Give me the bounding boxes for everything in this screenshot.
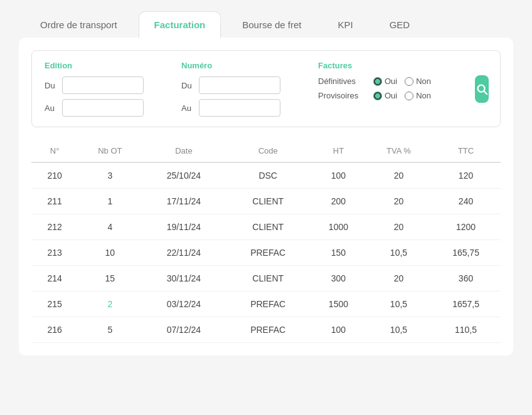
edition-du-input[interactable] [62, 76, 144, 94]
cell-code-2: CLIENT [225, 214, 311, 240]
cell-n-4: 214 [31, 266, 78, 292]
provisoires-non-radio[interactable] [405, 92, 413, 100]
cell-code-1: CLIENT [225, 189, 311, 214]
cell-code-5: PREFAC [225, 292, 311, 317]
factures-label: Factures [318, 61, 456, 70]
definitives-non-radio[interactable] [405, 77, 413, 86]
table-row: 2131022/11/24PREFAC15010,5165,75 [31, 240, 501, 266]
tab-ged[interactable]: GED [375, 12, 425, 38]
table-row: 2141530/11/24CLIENT30020360 [31, 266, 501, 292]
numero-label: Numéro [181, 61, 280, 70]
cell-date-6: 07/12/24 [142, 317, 225, 343]
numero-du-input[interactable] [199, 76, 280, 94]
numero-au-input[interactable] [199, 99, 280, 117]
cell-ht-5: 1500 [311, 292, 366, 317]
definitives-non-option[interactable]: Non [405, 76, 431, 86]
cell-n-1: 211 [31, 189, 78, 214]
col-nb-ot: Nb OT [78, 140, 142, 162]
definitives-non-label: Non [416, 76, 431, 86]
edition-group: Edition Du Au [45, 61, 144, 117]
edition-au-label: Au [45, 103, 57, 113]
factures-group: Factures Définitives Oui Non Provisoires [318, 61, 456, 100]
provisoires-oui-option[interactable]: Oui [373, 91, 397, 100]
provisoires-non-option[interactable]: Non [405, 91, 431, 100]
cell-tva-3: 10,5 [366, 240, 431, 266]
cell-ht-2: 1000 [311, 214, 366, 240]
table-body: 210325/10/24DSC10020120211117/11/24CLIEN… [31, 162, 501, 343]
cell-ttc-5: 1657,5 [431, 292, 501, 317]
table-head: N° Nb OT Date Code HT TVA % TTC [31, 140, 501, 162]
provisoires-row: Provisoires Oui Non [318, 91, 456, 100]
table-row: 215203/12/24PREFAC150010,51657,5 [31, 292, 501, 317]
definitives-label: Définitives [318, 76, 368, 86]
cell-n-6: 216 [31, 317, 78, 343]
tab-facturation[interactable]: Facturation [139, 11, 221, 38]
cell-date-2: 19/11/24 [142, 214, 225, 240]
cell-nb_ot-0: 3 [78, 162, 142, 189]
table-header-row: N° Nb OT Date Code HT TVA % TTC [31, 140, 501, 162]
cell-ttc-1: 240 [431, 189, 501, 214]
search-button[interactable] [475, 75, 489, 103]
col-tva: TVA % [366, 140, 431, 162]
cell-nb_ot-6: 5 [78, 317, 142, 343]
cell-date-0: 25/10/24 [142, 162, 225, 189]
cell-ht-6: 100 [311, 317, 366, 343]
cell-ttc-6: 110,5 [431, 317, 501, 343]
numero-au-label: Au [181, 103, 194, 113]
cell-ttc-2: 1200 [431, 214, 501, 240]
table-row: 212419/11/24CLIENT1000201200 [31, 214, 501, 240]
table-row: 210325/10/24DSC10020120 [31, 162, 501, 189]
tab-bourse[interactable]: Bourse de fret [227, 12, 316, 38]
numero-du-row: Du [181, 76, 280, 94]
tab-kpi[interactable]: KPI [322, 12, 368, 38]
data-table: N° Nb OT Date Code HT TVA % TTC 210325/1… [31, 140, 501, 343]
cell-n-2: 212 [31, 214, 78, 240]
cell-ttc-0: 120 [431, 162, 501, 189]
edition-au-input[interactable] [62, 99, 144, 117]
search-icon [475, 82, 489, 96]
cell-nb_ot-3: 10 [78, 240, 142, 266]
cell-nb_ot-1: 1 [78, 189, 142, 214]
col-ht: HT [311, 140, 366, 162]
col-ttc: TTC [431, 140, 501, 162]
provisoires-label: Provisoires [318, 91, 368, 100]
cell-date-4: 30/11/24 [142, 266, 225, 292]
cell-code-6: PREFAC [225, 317, 311, 343]
cell-tva-0: 20 [366, 162, 431, 189]
provisoires-oui-radio[interactable] [373, 92, 382, 100]
cell-n-0: 210 [31, 162, 78, 189]
cell-ttc-4: 360 [431, 266, 501, 292]
cell-tva-2: 20 [366, 214, 431, 240]
table-row: 216507/12/24PREFAC10010,5110,5 [31, 317, 501, 343]
cell-n-5: 215 [31, 292, 78, 317]
cell-nb_ot-5[interactable]: 2 [78, 292, 142, 317]
cell-ht-3: 150 [311, 240, 366, 266]
cell-date-3: 22/11/24 [142, 240, 225, 266]
tab-bar: Ordre de transport Facturation Bourse de… [0, 0, 532, 38]
definitives-oui-radio[interactable] [373, 77, 382, 86]
provisoires-radio-group: Oui Non [373, 91, 431, 100]
cell-ht-0: 100 [311, 162, 366, 189]
numero-group: Numéro Du Au [181, 61, 280, 117]
cell-n-3: 213 [31, 240, 78, 266]
edition-du-row: Du [45, 76, 144, 94]
definitives-oui-label: Oui [385, 76, 397, 86]
cell-tva-4: 20 [366, 266, 431, 292]
edition-du-label: Du [45, 81, 57, 90]
cell-ht-1: 200 [311, 189, 366, 214]
definitives-row: Définitives Oui Non [318, 76, 456, 86]
cell-nb_ot-4: 15 [78, 266, 142, 292]
provisoires-non-label: Non [416, 91, 431, 100]
provisoires-oui-label: Oui [385, 91, 397, 100]
tab-ordre[interactable]: Ordre de transport [25, 12, 132, 38]
numero-au-row: Au [181, 99, 280, 117]
cell-code-4: CLIENT [225, 266, 311, 292]
edition-au-row: Au [45, 99, 144, 117]
definitives-oui-option[interactable]: Oui [373, 76, 397, 86]
cell-tva-6: 10,5 [366, 317, 431, 343]
col-n: N° [31, 140, 78, 162]
cell-code-0: DSC [225, 162, 311, 189]
col-code: Code [225, 140, 311, 162]
numero-du-label: Du [181, 81, 194, 90]
cell-date-5: 03/12/24 [142, 292, 225, 317]
